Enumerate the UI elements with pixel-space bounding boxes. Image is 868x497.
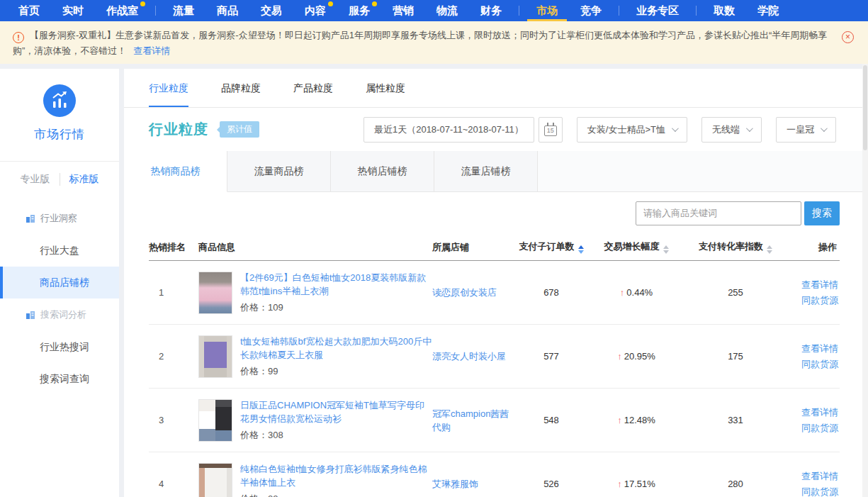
version-switch: 专业版 标准版 (0, 161, 119, 196)
sidebar-group-search-analysis[interactable]: 搜索词分析 (0, 298, 119, 331)
notice-bar: !【服务洞察-双重礼】生意参谋新品首发，服务洞察-众望登场！即日起订购产品1年周… (0, 21, 868, 64)
price-value: 88 (268, 493, 278, 497)
orders-cell: 526 (516, 479, 587, 489)
nav-item-service[interactable]: 服务 (337, 0, 381, 21)
price-value: 109 (268, 302, 283, 313)
version-standard[interactable]: 标准版 (60, 173, 108, 186)
same-supply-link[interactable]: 同款货源 (785, 293, 838, 308)
sidebar-menu: 行业洞察 行业大盘 商品店铺榜 搜索词分析 行业热搜词 搜索词查询 (0, 196, 119, 395)
nav-divider (619, 6, 619, 16)
table-header-row: 热销排名 商品信息 所属店铺 支付子订单数 交易增长幅度 支付转化率指数 操作 (149, 234, 840, 261)
product-info: 纯棉白色短袖t恤女修身打底衫韩版紧身纯色棉半袖体恤上衣 价格：88 (240, 462, 432, 497)
nav-item-transaction[interactable]: 交易 (249, 0, 293, 21)
tab-attribute-granularity[interactable]: 属性粒度 (366, 69, 405, 107)
shop-link[interactable]: 读恋原创女装店 (432, 287, 497, 298)
shop-link[interactable]: 艾琳雅服饰 (432, 479, 478, 489)
product-price: 价格：99 (240, 365, 432, 378)
nav-item-marketing[interactable]: 营销 (381, 0, 425, 21)
sort-icon[interactable] (578, 245, 584, 254)
growth-value: 20.95% (624, 351, 655, 362)
same-supply-link[interactable]: 同款货源 (785, 420, 838, 436)
scrollbar-thumb[interactable] (863, 65, 867, 150)
tab-industry-granularity[interactable]: 行业粒度 (149, 69, 188, 107)
shop-cell: 漂亮女人时装小屋 (432, 350, 516, 363)
nav-item-traffic[interactable]: 流量 (162, 0, 205, 21)
sidebar-item-search-word-query[interactable]: 搜索词查询 (0, 363, 119, 395)
header-label: 支付子订单数 (519, 241, 575, 252)
search-button[interactable]: 搜索 (804, 201, 840, 225)
shop-link[interactable]: 冠军champion茜茜代购 (432, 408, 509, 432)
title-block: 行业粒度 累计值 (149, 120, 259, 139)
subtab-hot-products[interactable]: 热销商品榜 (124, 151, 227, 192)
nav-item-finance[interactable]: 财务 (469, 0, 513, 21)
product-title-link[interactable]: 纯棉白色短袖t恤女修身打底衫韩版紧身纯色棉半袖体恤上衣 (240, 462, 432, 489)
same-supply-link[interactable]: 同款货源 (785, 484, 838, 497)
product-image[interactable] (198, 272, 232, 314)
table-row: 3 日版正品CHAMPION冠军短袖T恤草写字母印花男女情侣款宽松运动衫 价格：… (149, 389, 840, 452)
notice-detail-link[interactable]: 查看详情 (133, 45, 170, 56)
nav-item-data-fetch[interactable]: 取数 (702, 0, 746, 21)
nav-item-business-zone[interactable]: 业务专区 (625, 0, 690, 21)
nav-divider (155, 6, 156, 16)
scrollbar[interactable] (862, 64, 868, 497)
header-growth[interactable]: 交易增长幅度 (587, 240, 686, 254)
nav-item-realtime[interactable]: 实时 (51, 0, 95, 21)
header-paid-suborders[interactable]: 支付子订单数 (516, 240, 587, 254)
keyword-search-input[interactable] (636, 201, 801, 225)
terminal-filter-value: 无线端 (712, 123, 740, 136)
view-detail-link[interactable]: 查看详情 (785, 469, 838, 484)
chevron-down-icon (672, 125, 679, 132)
view-detail-link[interactable]: 查看详情 (785, 341, 838, 357)
price-label: 价格： (240, 430, 268, 440)
shop-level-filter[interactable]: 一皇冠 (776, 117, 836, 143)
product-info: t恤女短袖韩版bf宽松超大款加肥加大码200斤中长款纯棉夏天上衣服 价格：99 (240, 335, 432, 378)
product-title-link[interactable]: t恤女短袖韩版bf宽松超大款加肥加大码200斤中长款纯棉夏天上衣服 (240, 335, 432, 362)
same-supply-link[interactable]: 同款货源 (785, 357, 838, 372)
product-image[interactable] (198, 335, 232, 378)
date-range-filter[interactable]: 最近1天（2018-07-11~2018-07-11） (363, 117, 534, 143)
version-pro[interactable]: 专业版 (11, 173, 60, 186)
rank-cell: 1 (149, 287, 198, 298)
sidebar-item-hot-search-words[interactable]: 行业热搜词 (0, 331, 119, 363)
close-icon[interactable]: × (842, 31, 854, 43)
nav-item-label: 内容 (305, 4, 326, 16)
sidebar-header: 市场行情 (0, 69, 119, 161)
nav-item-content[interactable]: 内容 (293, 0, 337, 21)
subtab-hot-shops[interactable]: 热销店铺榜 (331, 151, 434, 191)
sidebar-item-product-shop-rank[interactable]: 商品店铺榜 (0, 267, 119, 298)
terminal-filter[interactable]: 无线端 (701, 117, 762, 143)
main-layout: 市场行情 专业版 标准版 行业洞察 行业大盘 商品店铺榜 (0, 64, 868, 497)
nav-item-logistics[interactable]: 物流 (425, 0, 469, 21)
product-title-link[interactable]: 【2件69元】白色短袖t恤女2018夏装韩版新款韩范t恤ins半袖上衣潮 (240, 271, 432, 298)
cumulative-badge: 累计值 (220, 121, 259, 138)
product-image[interactable] (198, 399, 232, 442)
view-detail-link[interactable]: 查看详情 (785, 405, 838, 420)
header-conversion-index[interactable]: 支付转化率指数 (686, 240, 785, 254)
shop-link[interactable]: 漂亮女人时装小屋 (432, 351, 506, 362)
tab-brand-granularity[interactable]: 品牌粒度 (221, 69, 261, 107)
product-image[interactable] (198, 463, 232, 497)
nav-item-product[interactable]: 商品 (205, 0, 249, 21)
product-info: 【2件69元】白色短袖t恤女2018夏装韩版新款韩范t恤ins半袖上衣潮 价格：… (240, 271, 432, 314)
nav-item-war-room[interactable]: 作战室 (95, 0, 150, 21)
sort-icon[interactable] (663, 245, 669, 254)
nav-item-market[interactable]: 市场 (525, 0, 569, 21)
sort-icon[interactable] (767, 245, 772, 254)
notification-dot (328, 1, 333, 6)
product-title-link[interactable]: 日版正品CHAMPION冠军短袖T恤草写字母印花男女情侣款宽松运动衫 (240, 398, 432, 425)
subtab-traffic-shops[interactable]: 流量店铺榜 (434, 151, 538, 191)
header-rank: 热销排名 (149, 241, 198, 254)
nav-item-academy[interactable]: 学院 (746, 0, 790, 21)
subtab-traffic-products[interactable]: 流量商品榜 (227, 151, 331, 191)
price-label: 价格： (240, 493, 268, 497)
nav-item-label: 作战室 (106, 4, 138, 16)
nav-item-home[interactable]: 首页 (7, 0, 51, 21)
category-filter-value: 女装/女士精品>T恤 (587, 123, 665, 136)
nav-item-competition[interactable]: 竞争 (569, 0, 613, 21)
tab-product-granularity[interactable]: 产品粒度 (293, 69, 333, 107)
calendar-button[interactable]: 15 (539, 117, 563, 143)
sidebar-group-industry-insight[interactable]: 行业洞察 (0, 202, 119, 235)
sidebar-item-industry-market[interactable]: 行业大盘 (0, 235, 119, 267)
view-detail-link[interactable]: 查看详情 (785, 277, 838, 293)
category-filter[interactable]: 女装/女士精品>T恤 (577, 117, 687, 143)
